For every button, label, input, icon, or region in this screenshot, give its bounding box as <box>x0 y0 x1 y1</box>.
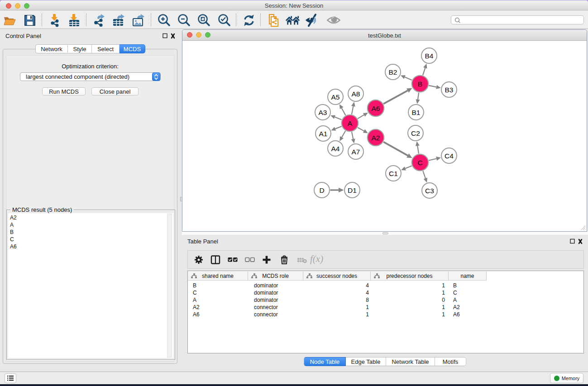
svg-text:A3: A3 <box>319 109 327 116</box>
svg-text:D1: D1 <box>348 186 357 194</box>
svg-text:D: D <box>319 186 324 194</box>
svg-text:A5: A5 <box>331 93 340 101</box>
svg-text:B1: B1 <box>412 109 421 116</box>
svg-text:C1: C1 <box>389 170 398 177</box>
svg-text:A1: A1 <box>319 130 328 138</box>
svg-text:B4: B4 <box>425 52 434 60</box>
svg-text:A7: A7 <box>352 148 360 156</box>
svg-text:B: B <box>418 80 422 88</box>
svg-text:B3: B3 <box>445 86 454 94</box>
svg-text:C4: C4 <box>445 152 454 160</box>
svg-text:C: C <box>417 159 422 167</box>
svg-text:C3: C3 <box>425 187 434 195</box>
svg-text:A4: A4 <box>331 145 340 152</box>
svg-text:A: A <box>348 119 353 127</box>
svg-text:A2: A2 <box>372 134 380 142</box>
svg-text:A6: A6 <box>372 105 380 112</box>
svg-text:C2: C2 <box>411 129 420 137</box>
svg-text:B2: B2 <box>389 68 397 76</box>
svg-text:A8: A8 <box>352 90 360 98</box>
